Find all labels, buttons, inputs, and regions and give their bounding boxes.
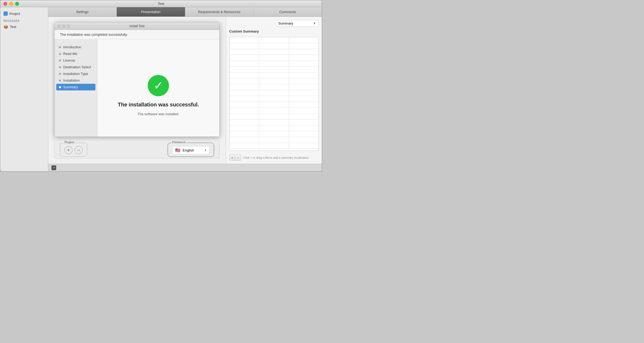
status-bar: ↗ — [48, 164, 322, 171]
table-row — [230, 108, 318, 114]
table-cell — [289, 149, 318, 151]
table-cell — [259, 55, 289, 61]
sidebar-item-test[interactable]: 📦 Test — [0, 23, 48, 30]
package-name: Test — [10, 25, 16, 29]
installer-close-btn — [57, 25, 61, 28]
table-cell — [259, 43, 289, 49]
table-cell — [289, 67, 318, 72]
table-cell — [289, 55, 318, 61]
table-row — [230, 143, 318, 149]
summary-hint: Click + or drag a file to add a summary … — [243, 156, 319, 159]
summary-bottom: + − Click + or drag a file to add a summ… — [229, 154, 319, 161]
table-cell — [259, 119, 289, 125]
table-cell — [289, 90, 318, 96]
nav-installation-type: Installation Type — [55, 70, 97, 77]
table-row — [230, 90, 318, 96]
dropdown-chevron-icon: ▼ — [313, 21, 316, 25]
minimize-button[interactable] — [9, 2, 13, 6]
table-cell — [259, 137, 289, 143]
plugins-buttons: + − — [65, 146, 83, 154]
installer-success-subtitle: The software was installed. — [138, 112, 179, 116]
nav-dot-installation-type — [59, 73, 61, 75]
table-cell — [230, 67, 259, 72]
table-cell — [259, 125, 289, 131]
table-cell — [230, 43, 259, 49]
table-cell — [289, 137, 318, 143]
nav-summary: Summary — [56, 84, 95, 90]
table-row — [230, 37, 318, 43]
table-cell — [259, 90, 289, 96]
table-cell — [289, 96, 318, 102]
sidebar: Project PACKAGES 📦 Test — [0, 7, 48, 171]
plugins-label: Plugins — [63, 141, 75, 144]
nav-readme: Read Me — [55, 50, 97, 57]
nav-label-installation: Installation — [63, 78, 80, 82]
table-cell — [259, 37, 289, 43]
preview-in-label: Preview in — [171, 141, 187, 144]
nav-label-readme: Read Me — [63, 52, 77, 56]
table-row — [230, 125, 318, 131]
installer-nav: Introduction Read Me License — [55, 39, 97, 137]
table-row — [230, 102, 318, 108]
table-cell — [259, 49, 289, 55]
table-cell — [289, 102, 318, 107]
table-cell — [289, 37, 318, 43]
tab-bar: Settings Presentation Requirements & Res… — [48, 7, 322, 17]
packages-section-label: PACKAGES — [0, 18, 48, 23]
tab-settings[interactable]: Settings — [48, 7, 117, 17]
table-cell — [230, 37, 259, 43]
add-plugin-button[interactable]: + — [65, 146, 73, 154]
table-cell — [230, 143, 259, 149]
close-button[interactable] — [3, 2, 7, 6]
bottom-bar: Plugins + − Preview in 🇺🇸 English — [54, 141, 220, 158]
nav-dot-summary — [59, 86, 61, 88]
table-cell — [289, 119, 318, 125]
table-row — [230, 43, 318, 49]
installer-window: Install Test The installation was comple… — [54, 22, 220, 137]
table-cell — [289, 43, 318, 49]
nav-label-destination: Destination Select — [63, 65, 91, 69]
table-cell — [289, 125, 318, 131]
table-row — [230, 114, 318, 119]
summary-dropdown[interactable]: Summary ▼ — [276, 20, 319, 27]
table-cell — [230, 49, 259, 55]
tab-comments[interactable]: Comments — [253, 7, 322, 17]
installer-title: Install Test — [130, 24, 144, 28]
status-icon: ↗ — [51, 165, 56, 170]
maximize-button[interactable] — [15, 2, 19, 6]
table-cell — [289, 114, 318, 119]
nav-installation: Installation — [55, 77, 97, 84]
table-cell — [289, 49, 318, 55]
table-cell — [230, 102, 259, 107]
summary-table — [229, 37, 319, 151]
add-localization-button[interactable]: + — [229, 155, 235, 161]
table-cell — [230, 125, 259, 131]
tab-requirements[interactable]: Requirements & Resources — [185, 7, 254, 17]
table-cell — [230, 73, 259, 78]
tab-presentation[interactable]: Presentation — [117, 7, 185, 17]
table-cell — [230, 137, 259, 143]
summary-dropdown-row: Summary ▼ — [229, 20, 319, 27]
table-cell — [259, 114, 289, 119]
remove-plugin-button[interactable]: − — [75, 146, 83, 154]
table-cell — [230, 108, 259, 113]
table-cell — [230, 90, 259, 96]
table-row — [230, 131, 318, 137]
language-name: English — [183, 148, 202, 152]
summary-dropdown-label: Summary — [278, 21, 293, 25]
sidebar-project[interactable]: Project — [0, 10, 48, 18]
table-cell — [289, 61, 318, 66]
table-cell — [259, 67, 289, 72]
package-icon: 📦 — [3, 25, 8, 29]
table-cell — [259, 131, 289, 137]
language-selector[interactable]: 🇺🇸 English ⬍ — [172, 146, 210, 154]
flag-icon: 🇺🇸 — [175, 148, 180, 153]
table-cell — [230, 61, 259, 66]
table-row — [230, 67, 318, 73]
remove-localization-button[interactable]: − — [235, 155, 241, 161]
window-title: Test — [158, 2, 164, 6]
table-cell — [289, 73, 318, 78]
table-row — [230, 73, 318, 78]
title-bar: Test — [0, 0, 322, 7]
nav-label-introduction: Introduction — [63, 45, 81, 49]
